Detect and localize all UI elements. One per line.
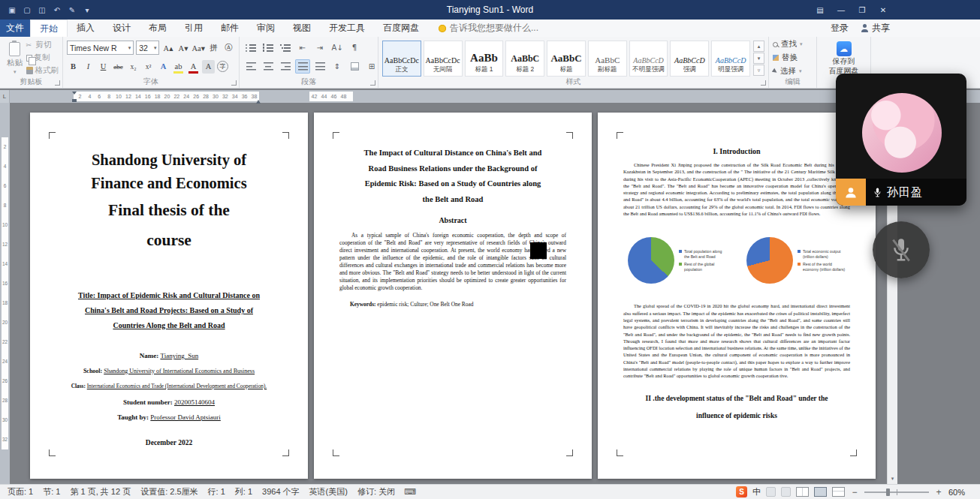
style-chip[interactable]: AaBbC 标题 [547, 41, 586, 77]
ime-mode-indicator[interactable]: 中 [752, 486, 761, 497]
tell-me-box[interactable]: 告诉我您想要做什么... [439, 20, 538, 37]
ribbon-tab[interactable]: 布局 [140, 20, 176, 37]
zoom-slider[interactable] [864, 491, 929, 493]
styles-dialog-launcher-icon[interactable] [761, 80, 766, 86]
video-call-panel[interactable]: 孙田盈 [836, 74, 966, 206]
font-tool-button[interactable]: A [187, 60, 200, 74]
font-tool-button[interactable]: x² [142, 60, 155, 74]
status-item[interactable]: 英语(美国) [309, 486, 348, 497]
maximize-button[interactable]: ❐ [852, 0, 873, 20]
shading-button[interactable] [347, 59, 362, 74]
ribbon-tab[interactable]: 插入 [68, 20, 104, 37]
quick-access-icon[interactable]: ▣ [5, 3, 20, 17]
multilevel-list-button[interactable] [278, 41, 293, 55]
ime-tool-icon[interactable] [781, 487, 791, 497]
web-layout-icon[interactable] [832, 487, 845, 497]
align-right-button[interactable] [278, 59, 293, 74]
style-chip[interactable]: AaBbC 标题 2 [505, 41, 544, 77]
style-chip[interactable]: AaBbCcDc 正文 [382, 41, 421, 77]
font-tool-button[interactable]: 字 [217, 61, 228, 72]
numbering-button[interactable] [261, 41, 276, 55]
copy-button[interactable]: 复制 [26, 53, 59, 64]
quick-access-icon[interactable]: ▢ [20, 3, 35, 17]
status-item[interactable]: 第 1 页, 共 12 页 [70, 486, 131, 497]
font-tool-button[interactable]: Aa▾ [191, 41, 205, 55]
style-chip[interactable]: AaBbCcD 不明显强调 [629, 41, 668, 77]
ribbon-tab[interactable]: 百度网盘 [374, 20, 428, 37]
minimize-button[interactable]: — [831, 0, 852, 20]
font-tool-button[interactable]: ab [172, 60, 185, 74]
borders-button[interactable]: ⊞ [364, 59, 379, 74]
replace-button[interactable]: 替换 [773, 53, 813, 63]
document-page-1[interactable]: Shandong University ofFinance and Econom… [30, 113, 308, 479]
document-page-2[interactable]: The Impact of Cultural Distance on China… [314, 113, 592, 479]
share-button[interactable]: 共享 [861, 22, 890, 35]
status-item[interactable]: 行: 1 [208, 486, 225, 497]
font-dialog-launcher-icon[interactable] [231, 80, 237, 86]
bullets-button[interactable] [243, 41, 258, 55]
print-layout-icon[interactable] [814, 487, 827, 497]
font-tool-button[interactable]: A▾ [176, 41, 189, 55]
font-tool-button[interactable]: A [202, 60, 215, 74]
microphone-muted-button[interactable] [873, 221, 930, 278]
save-to-baidu-button[interactable]: ☁ 保存到 百度网盘 [821, 39, 867, 77]
close-button[interactable]: ✕ [873, 0, 894, 20]
find-button[interactable]: 查找▾ [773, 39, 813, 50]
scroll-down-icon[interactable]: ▾ [888, 473, 897, 483]
style-chip[interactable]: AaBb 标题 1 [465, 41, 504, 77]
font-tool-button[interactable]: abc [112, 60, 125, 74]
quick-access-icon[interactable]: ▾ [80, 3, 95, 17]
ribbon-tab[interactable]: 审阅 [248, 20, 284, 37]
distribute-button[interactable] [312, 59, 327, 74]
font-name-combo[interactable]: Times New R▾ [67, 41, 134, 55]
ribbon-tab[interactable]: 开始 [30, 20, 68, 37]
font-tool-button[interactable]: x₂ [127, 60, 140, 74]
increase-indent-button[interactable]: ⇥ [312, 41, 327, 55]
status-item[interactable]: 列: 1 [235, 486, 252, 497]
style-chip[interactable]: AaBbCcD 明显强调 [711, 41, 750, 77]
read-mode-icon[interactable] [796, 487, 809, 497]
styles-scroll-up-icon[interactable]: ▴ [753, 41, 764, 52]
font-tool-button[interactable]: A▴ [161, 41, 174, 55]
ribbon-tab[interactable]: 设计 [104, 20, 140, 37]
ribbon-tab[interactable]: 引用 [176, 20, 212, 37]
style-chip[interactable]: AaBbCcDc 无间隔 [424, 41, 463, 77]
ribbon-display-options-icon[interactable]: ▤ [810, 0, 831, 20]
zoom-out-button[interactable]: − [850, 487, 859, 497]
status-item[interactable]: 修订: 关闭 [357, 486, 395, 497]
tab-file[interactable]: 文件 [0, 20, 30, 37]
quick-access-icon[interactable]: ↶ [50, 3, 65, 17]
zoom-in-button[interactable]: + [934, 487, 943, 497]
status-item[interactable]: 节: 1 [43, 486, 60, 497]
sort-button[interactable]: A↓ [330, 41, 345, 55]
styles-scroll-down-icon[interactable]: ▾ [753, 53, 764, 64]
cut-button[interactable]: ✂剪切 [26, 40, 59, 51]
ime-logo-icon[interactable]: S [736, 486, 747, 497]
quick-access-icon[interactable]: ✎ [65, 3, 80, 17]
clipboard-dialog-launcher-icon[interactable] [55, 80, 60, 86]
ribbon-tab[interactable]: 视图 [284, 20, 320, 37]
font-tool-button[interactable]: 拼 [207, 41, 220, 55]
zoom-slider-thumb[interactable] [886, 488, 890, 496]
line-spacing-button[interactable]: ⇕ [330, 59, 345, 74]
ime-tool-icon[interactable] [766, 487, 776, 497]
align-left-button[interactable] [243, 59, 258, 74]
font-tool-button[interactable]: B [67, 60, 80, 74]
paragraph-dialog-launcher-icon[interactable] [370, 80, 375, 86]
status-item[interactable]: 页面: 1 [8, 486, 33, 497]
show-marks-button[interactable]: ¶ [347, 41, 362, 55]
style-chip[interactable]: AaBbC 副标题 [588, 41, 627, 77]
ribbon-tab[interactable]: 邮件 [212, 20, 248, 37]
first-line-indent-marker[interactable] [72, 92, 77, 97]
style-chip[interactable]: AaBbCcD 强调 [670, 41, 709, 77]
justify-button[interactable] [295, 59, 310, 74]
right-indent-marker[interactable] [256, 98, 261, 104]
ribbon-tab[interactable]: 开发工具 [320, 20, 374, 37]
font-tool-button[interactable]: A [157, 60, 170, 74]
quick-access-icon[interactable]: ◫ [35, 3, 50, 17]
font-tool-button[interactable]: Ⓐ [222, 41, 235, 55]
status-item[interactable]: 设置值: 2.5厘米 [140, 486, 198, 497]
font-size-combo[interactable]: 32▾ [136, 41, 159, 55]
tab-stop-selector[interactable]: L [0, 90, 10, 103]
font-tool-button[interactable]: U [97, 60, 110, 74]
